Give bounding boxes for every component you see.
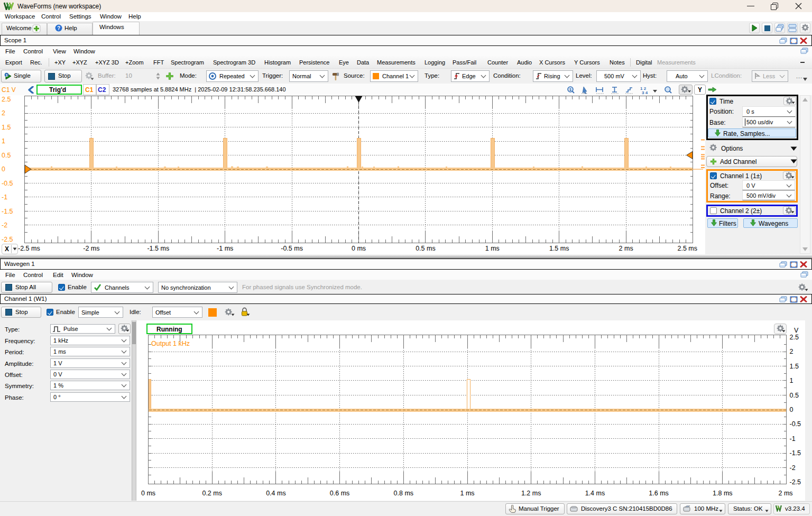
svg-text:-2.5: -2.5 bbox=[790, 478, 801, 486]
svg-text:2: 2 bbox=[2, 109, 5, 117]
svg-text:3 4: 3 4 bbox=[642, 90, 648, 95]
svg-text:0.5: 0.5 bbox=[790, 392, 799, 399]
svg-text:-2: -2 bbox=[790, 464, 796, 472]
svg-text:-0.5: -0.5 bbox=[790, 420, 801, 428]
svg-text:2 ms: 2 ms bbox=[778, 490, 792, 497]
svg-text:1: 1 bbox=[5, 73, 7, 78]
svg-text:1 ms: 1 ms bbox=[460, 490, 474, 497]
svg-text:0.8 ms: 0.8 ms bbox=[394, 490, 414, 497]
svg-text:-1: -1 bbox=[2, 194, 7, 201]
svg-text:1: 1 bbox=[790, 377, 793, 384]
svg-text:0.4 ms: 0.4 ms bbox=[266, 490, 286, 497]
svg-text:-0.5 ms: -0.5 ms bbox=[281, 245, 303, 252]
svg-text:1.6 ms: 1.6 ms bbox=[649, 490, 669, 497]
svg-text:-0.5: -0.5 bbox=[2, 180, 13, 187]
svg-text:0.6 ms: 0.6 ms bbox=[330, 490, 350, 497]
svg-text:-2: -2 bbox=[2, 222, 7, 229]
svg-text:0.5 ms: 0.5 ms bbox=[416, 245, 436, 252]
svg-text:1 ms: 1 ms bbox=[485, 245, 500, 252]
svg-text:0.5: 0.5 bbox=[2, 152, 11, 159]
svg-text:2: 2 bbox=[790, 348, 793, 355]
svg-text:?: ? bbox=[57, 25, 60, 31]
svg-text:-1.5: -1.5 bbox=[790, 449, 801, 457]
svg-text:Output 1 kHz: Output 1 kHz bbox=[151, 340, 190, 347]
svg-text:1.4 ms: 1.4 ms bbox=[585, 490, 605, 497]
svg-text:0: 0 bbox=[790, 406, 793, 413]
svg-text:1.5: 1.5 bbox=[790, 363, 799, 370]
svg-text:-2.5: -2.5 bbox=[2, 236, 13, 243]
svg-text:0.2 ms: 0.2 ms bbox=[202, 490, 222, 497]
svg-text:2.5: 2.5 bbox=[790, 334, 799, 341]
svg-text:1.8 ms: 1.8 ms bbox=[713, 490, 733, 497]
svg-text:0 ms: 0 ms bbox=[141, 490, 155, 497]
svg-text:-2 ms: -2 ms bbox=[83, 245, 99, 252]
svg-text:-1: -1 bbox=[790, 435, 796, 443]
svg-text:2.5 ms: 2.5 ms bbox=[677, 245, 697, 252]
svg-text:1: 1 bbox=[569, 88, 571, 91]
svg-text:-2.5 ms: -2.5 ms bbox=[18, 245, 40, 252]
svg-text:1.5 ms: 1.5 ms bbox=[549, 245, 569, 252]
svg-text:1: 1 bbox=[2, 137, 5, 145]
svg-text:V: V bbox=[794, 327, 799, 334]
svg-text:0: 0 bbox=[2, 165, 5, 173]
svg-text:-1.5: -1.5 bbox=[2, 208, 13, 215]
svg-text:0 ms: 0 ms bbox=[352, 245, 366, 252]
svg-text:1.5: 1.5 bbox=[2, 124, 11, 131]
svg-text:-1.5 ms: -1.5 ms bbox=[147, 245, 169, 252]
svg-text:-1 ms: -1 ms bbox=[217, 245, 233, 252]
svg-text:2.5: 2.5 bbox=[2, 96, 11, 103]
svg-text:1.2 ms: 1.2 ms bbox=[521, 490, 541, 497]
svg-text:2 ms: 2 ms bbox=[619, 245, 633, 252]
